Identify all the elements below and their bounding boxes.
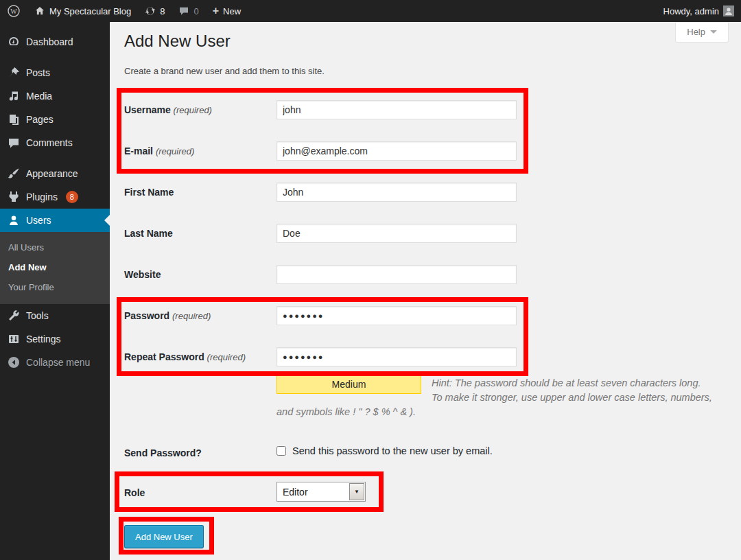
new-label: New xyxy=(223,6,241,16)
sidebar-item-pages[interactable]: Pages xyxy=(0,108,110,131)
password-label: Password (required) xyxy=(124,310,272,322)
svg-text:W: W xyxy=(10,8,17,15)
sidebar-item-label: Users xyxy=(26,215,51,226)
last-name-input[interactable] xyxy=(277,224,517,243)
sidebar-item-label: Tools xyxy=(26,310,49,321)
sidebar-item-tools[interactable]: Tools xyxy=(0,304,110,327)
send-password-label: Send Password? xyxy=(124,447,272,459)
plugins-update-badge: 8 xyxy=(66,191,78,203)
role-select[interactable]: Editor ▼ xyxy=(277,482,366,502)
submenu-item-your-profile[interactable]: Your Profile xyxy=(0,277,110,297)
media-icon xyxy=(7,89,21,103)
sidebar-item-label: Pages xyxy=(26,114,54,125)
sidebar-item-label: Collapse menu xyxy=(26,357,90,368)
wrench-icon xyxy=(7,309,21,323)
settings-icon xyxy=(7,332,21,346)
update-icon xyxy=(145,5,156,16)
last-name-label: Last Name xyxy=(124,228,272,240)
wordpress-logo-icon: W xyxy=(7,4,21,18)
help-button[interactable]: Help xyxy=(675,23,729,43)
comment-icon xyxy=(178,5,189,16)
sidebar-item-users[interactable]: Users xyxy=(0,209,110,232)
send-password-checkbox-label: Send this password to the new user by em… xyxy=(292,445,493,456)
username-label: Username (required) xyxy=(124,104,272,116)
page-title: Add New User xyxy=(124,32,231,51)
sidebar-item-label: Appearance xyxy=(26,168,78,179)
sidebar-item-collapse-menu[interactable]: Collapse menu xyxy=(0,351,110,374)
role-label: Role xyxy=(124,487,272,499)
avatar xyxy=(723,5,734,16)
email-input[interactable] xyxy=(277,141,517,161)
active-item-arrow xyxy=(104,215,110,226)
send-password-checkbox[interactable] xyxy=(277,446,286,456)
admin-sidebar: Dashboard Posts Media Pages xyxy=(0,22,110,560)
username-input[interactable] xyxy=(277,100,517,119)
comments-icon xyxy=(7,136,21,150)
page-subtitle: Create a brand new user and add them to … xyxy=(124,66,325,76)
dashboard-icon xyxy=(7,35,21,49)
sidebar-item-appearance[interactable]: Appearance xyxy=(0,162,110,185)
plugin-icon xyxy=(7,190,21,204)
first-name-input[interactable] xyxy=(277,183,517,202)
submenu-item-add-new[interactable]: Add New xyxy=(0,257,110,277)
sidebar-item-plugins[interactable]: Plugins 8 xyxy=(0,185,110,209)
new-content-menu[interactable]: + New xyxy=(206,0,248,22)
add-new-user-button[interactable]: Add New User xyxy=(124,525,204,548)
collapse-icon xyxy=(7,355,21,369)
pushpin-icon xyxy=(7,66,21,80)
sidebar-item-label: Media xyxy=(26,91,52,102)
account-menu[interactable]: Howdy, admin xyxy=(657,0,741,22)
repeat-password-label: Repeat Password (required) xyxy=(124,351,272,363)
main-content: Add New User Create a brand new user and… xyxy=(110,22,741,560)
users-icon xyxy=(7,213,21,227)
sidebar-item-label: Comments xyxy=(26,137,73,148)
submenu-item-all-users[interactable]: All Users xyxy=(0,237,110,257)
website-input[interactable] xyxy=(277,265,517,284)
users-submenu: All Users Add New Your Profile xyxy=(0,232,110,304)
comment-count: 0 xyxy=(193,6,198,16)
chevron-down-icon xyxy=(710,30,717,34)
updates-menu[interactable]: 8 xyxy=(138,0,172,22)
howdy-text: Howdy, admin xyxy=(663,6,719,16)
sidebar-item-comments[interactable]: Comments xyxy=(0,131,110,154)
plus-icon: + xyxy=(213,5,219,16)
select-dropdown-button[interactable]: ▼ xyxy=(349,483,364,500)
first-name-label: First Name xyxy=(124,187,272,198)
website-label: Website xyxy=(124,269,272,281)
email-label: E-mail (required) xyxy=(124,145,272,157)
pages-icon xyxy=(7,113,21,126)
paintbrush-icon xyxy=(7,167,21,180)
sidebar-item-media[interactable]: Media xyxy=(0,84,110,108)
sidebar-item-label: Plugins xyxy=(26,191,58,202)
site-menu[interactable]: My Spectacular Blog xyxy=(27,0,138,22)
role-selected-value: Editor xyxy=(277,487,349,498)
wordpress-logo-menu[interactable]: W xyxy=(0,0,27,22)
sidebar-item-settings[interactable]: Settings xyxy=(0,327,110,351)
password-input[interactable] xyxy=(277,306,517,325)
site-name: My Spectacular Blog xyxy=(49,6,131,16)
update-count: 8 xyxy=(160,6,165,16)
home-icon xyxy=(34,5,45,16)
chevron-down-icon: ▼ xyxy=(354,489,360,495)
sidebar-item-label: Posts xyxy=(26,67,50,78)
help-label: Help xyxy=(687,27,705,37)
sidebar-item-label: Dashboard xyxy=(26,36,73,47)
sidebar-item-label: Settings xyxy=(26,334,61,345)
sidebar-item-posts[interactable]: Posts xyxy=(0,61,110,84)
repeat-password-input[interactable] xyxy=(277,347,517,366)
password-strength-meter: Medium xyxy=(277,375,421,394)
comments-menu[interactable]: 0 xyxy=(172,0,205,22)
admin-bar: W My Spectacular Blog 8 0 + New xyxy=(0,0,741,22)
sidebar-item-dashboard[interactable]: Dashboard xyxy=(0,30,110,54)
